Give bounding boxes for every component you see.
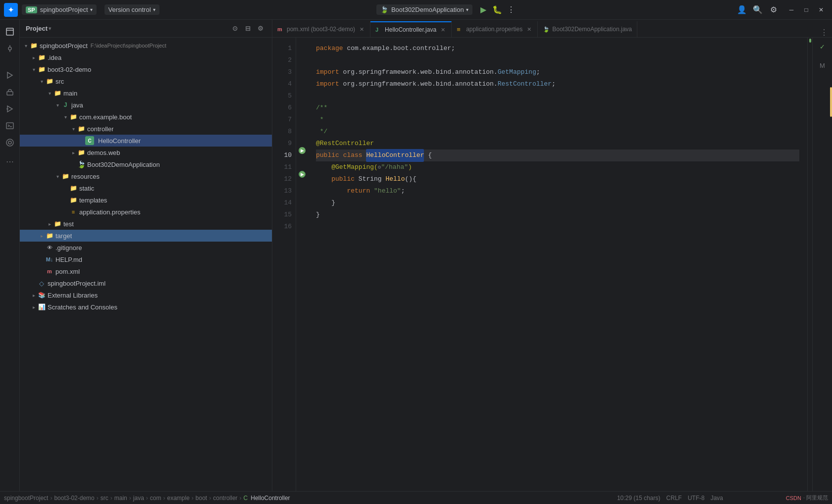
tree-expand-static [61,184,69,192]
main-area: ⋯ Project ▾ ⊙ ⊟ ⚙ ▾ 📁 spingbootProject F… [0,20,832,491]
tree-item-main[interactable]: ▾ 📁 main [20,87,272,99]
sidebar-icon-run[interactable] [2,67,18,83]
tree-item-iml[interactable]: ◇ spingbootProject.iml [20,277,272,289]
maximize-button[interactable]: □ [799,3,813,17]
tree-item-gitignore[interactable]: 👁 .gitignore [20,242,272,253]
tab-close-pom[interactable]: ✕ [358,26,365,33]
app-logo: ✦ [4,3,18,17]
far-right-m[interactable]: M [816,58,830,72]
search-button[interactable]: 🔍 [751,3,765,17]
tree-icon-templates: 📁 [69,196,77,204]
tree-label-helpmd: HELP.md [55,256,82,263]
tree-item-static[interactable]: 📁 static [20,182,272,194]
tab-hello[interactable]: J HelloController.java ✕ [370,21,452,37]
tree-item-HelloController[interactable]: C HelloController [20,135,272,147]
tree-expand-boot3: ▾ [30,65,38,73]
tree-item-helpmd[interactable]: M↓ HELP.md [20,253,272,265]
sidebar-icon-project[interactable] [2,24,18,40]
far-right-notifications[interactable]: ✓ [816,40,830,53]
scope-button[interactable]: ⊙ [229,23,240,34]
status-lang[interactable]: Java [711,495,723,502]
tree-item-boot302[interactable]: 🍃 Boot302DemoApplication [20,158,272,170]
status-encoding[interactable]: CRLF [666,495,681,502]
close-button[interactable]: ✕ [814,3,828,17]
editor-content[interactable]: 1 2 3 4 5 6 7 8 9 10 11 12 13 14 15 16 [272,38,812,491]
minimize-button[interactable]: ─ [784,3,798,17]
status-class[interactable]: HelloController [251,495,290,502]
settings-button[interactable]: ⚙ [767,3,780,17]
sidebar-icon-commit[interactable] [2,41,18,56]
tree-item-scratches[interactable]: ▸ 📊 Scratches and Consoles [20,301,272,313]
tree-expand-hello [77,137,85,145]
sidebar-icon-more-tools[interactable]: ⋯ [2,153,18,169]
tree-item-boot3[interactable]: ▾ 📁 boot3-02-demo [20,63,272,75]
tree-label-test: test [63,220,74,228]
project-selector[interactable]: SP spingbootProject ▾ [22,4,97,15]
profile-button[interactable]: 👤 [735,3,749,17]
status-src[interactable]: src [101,495,108,502]
tree-icon-scratches: 📊 [38,303,46,311]
status-position[interactable]: 10:29 (15 chars) [617,495,660,502]
tabs-more-button[interactable]: ⋮ [816,28,832,37]
status-right: 10:29 (15 chars) CRLF UTF-8 Java CSDN · … [617,494,828,502]
tree-item-java[interactable]: ▾ J java [20,99,272,111]
tree-item-root[interactable]: ▾ 📁 spingbootProject F:\ideaProject\spin… [20,40,272,51]
tree-item-test[interactable]: ▸ 📁 test [20,218,272,230]
tree-expand-ext-libs: ▸ [30,291,38,299]
debug-button[interactable]: 🐛 [490,3,504,17]
status-java[interactable]: java [133,495,144,502]
tree-item-appprops[interactable]: ≡ application.properties [20,206,272,218]
line-num-15: 15 [272,209,296,221]
tree-item-com-example-boot[interactable]: ▾ 📁 com.example.boot [20,111,272,123]
tab-pom[interactable]: m pom.xml (boot3-02-demo) ✕ [272,21,370,37]
tree-item-resources[interactable]: ▾ 📁 resources [20,170,272,182]
code-line-4: import org.springframework.web.bind.anno… [316,78,799,90]
tree-expand-boot302 [69,160,77,168]
status-main[interactable]: main [114,495,127,502]
tree-item-src[interactable]: ▾ 📁 src [20,75,272,87]
collapse-all-button[interactable]: ⊟ [242,23,253,34]
tree-item-target[interactable]: ▸ 📁 target [20,230,272,242]
sidebar-icon-terminal[interactable] [2,118,18,134]
code-line-8: */ [316,126,799,138]
tab-close-hello[interactable]: ✕ [439,26,446,33]
accent-bar [830,87,832,117]
tab-icon-pom: m [277,26,284,33]
run-button[interactable]: ▶ [476,3,490,17]
status-com[interactable]: com [150,495,161,502]
code-area[interactable]: package com.example.boot.controller; imp… [308,38,807,491]
gutter-icon-12[interactable]: ▶ [296,168,308,180]
tree-item-external-libs[interactable]: ▸ 📚 External Libraries [20,289,272,301]
tree-icon-pomxml: m [46,267,53,275]
tree-icon-src: 📁 [46,77,53,85]
tree-label-pomxml: pom.xml [55,268,80,275]
settings-panel-button[interactable]: ⚙ [255,23,266,34]
status-charset[interactable]: UTF-8 [688,495,705,502]
tree-item-controller[interactable]: ▾ 📁 controller [20,123,272,135]
status-controller[interactable]: controller [213,495,237,502]
run-config-selector[interactable]: 🍃 Boot302DemoApplication ▾ [376,4,472,15]
tree-item-templates[interactable]: 📁 templates [20,194,272,206]
status-project[interactable]: spingbootProject [4,495,48,502]
tree-item-pomxml[interactable]: m pom.xml [20,265,272,277]
left-sidebar-icons: ⋯ [0,20,20,491]
tree-icon-resources: 📁 [61,172,69,180]
sidebar-icon-debug[interactable] [2,101,18,117]
tab-boot302[interactable]: 🍃 Boot302DemoApplication.java [538,21,637,37]
more-run-button[interactable]: ⋮ [504,3,518,17]
code-line-5 [316,90,799,102]
gutter-icon-10[interactable]: ▶ [296,145,308,156]
tab-appprops[interactable]: ≡ application.properties ✕ [452,21,538,37]
tree-item-demos-web[interactable]: ▸ 📁 demos.web [20,147,272,158]
tab-label-hello: HelloController.java [385,26,436,33]
tree-expand-com: ▾ [61,113,69,121]
sidebar-icon-deploy[interactable] [2,84,18,100]
sidebar-icon-notifications[interactable] [2,135,18,151]
tree-item-idea[interactable]: ▸ 📁 .idea [20,51,272,63]
vcs-selector[interactable]: Version control ▾ [104,4,159,15]
status-boot[interactable]: boot [196,495,207,502]
status-module[interactable]: boot3-02-demo [54,495,94,502]
tab-close-appprops[interactable]: ✕ [525,26,532,33]
tree-expand-main: ▾ [46,89,53,97]
status-example[interactable]: example [167,495,189,502]
